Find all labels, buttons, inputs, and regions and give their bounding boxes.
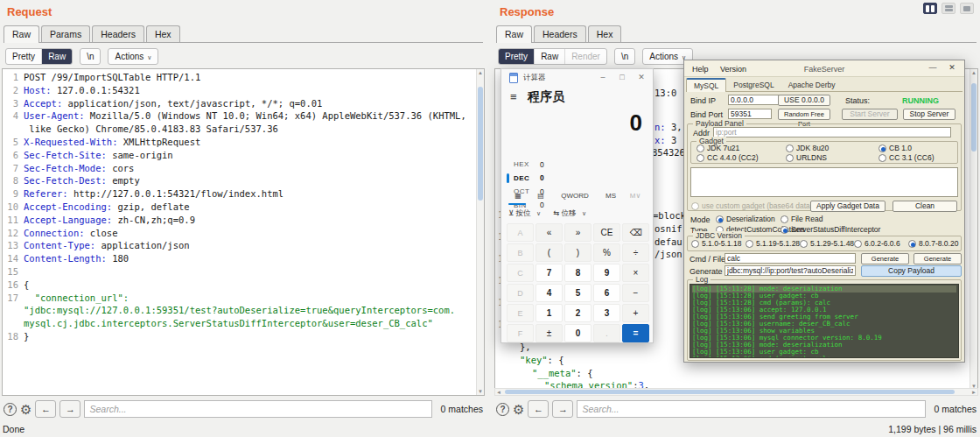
clean-button[interactable]: Clean [892,201,957,212]
radio-cc-4-4-0-cc2[interactable]: CC 4.4.0 (CC2) [696,153,759,162]
calc-key-e[interactable]: E [507,304,534,322]
request-search-input[interactable] [84,400,431,418]
cmd-file-input[interactable] [724,253,856,264]
radix-hex[interactable]: HEX0 [507,158,629,172]
close-icon[interactable]: ✕ [634,71,649,84]
request-tab-headers[interactable]: Headers [92,25,144,42]
calc-key-5[interactable]: 5 [564,284,592,302]
radio-5-1-19-5-1-28[interactable]: 5.1.19-5.1.28 [746,239,800,248]
layout-columns-icon[interactable] [923,3,937,14]
generate-url-input[interactable] [724,265,856,276]
radio-file-read[interactable]: File Read [780,215,822,223]
response-search-input[interactable] [577,400,925,418]
calc-key-c[interactable]: C [507,264,534,282]
random-free-port-button[interactable]: Random Free Port [778,109,830,120]
radio-serverstatusdiffinterceptor[interactable]: ServerStatusDiffInterceptor [780,225,880,234]
full-keypad-icon[interactable]: ▦ [507,192,529,200]
calc-key-[interactable]: ⌫ [622,223,649,242]
scrollbar-thumb[interactable] [478,87,483,201]
bitshift-dropdown[interactable]: ⇆ 位移 ∨ [553,208,586,219]
response-horizontal-scrollbar[interactable]: ◄ ► [494,388,978,396]
response-raw-button[interactable]: Raw [534,49,564,64]
request-raw-button[interactable]: Raw [41,49,72,64]
calc-key-7[interactable]: 7 [536,264,563,282]
request-editor[interactable]: 1POST /99/ImportSQLTable HTTP/1.12Host: … [2,68,485,396]
request-tab-hex[interactable]: Hex [146,25,180,42]
fakeserver-titlebar[interactable]: Help Version FakeServer — ✕ [684,60,964,77]
calc-key-[interactable]: + [622,304,649,322]
scroll-down-icon[interactable]: ▼ [478,389,483,394]
calc-key-f[interactable]: F [507,324,534,342]
response-pretty-button[interactable]: Pretty [499,49,534,64]
gear-icon[interactable]: ⚙ [20,403,32,416]
fs-tab-apache-derby[interactable]: Apache Derby [781,79,843,91]
scroll-up-icon[interactable]: ▲ [971,70,976,75]
scrollbar-thumb[interactable] [971,83,976,152]
minimize-icon[interactable]: — [926,63,940,72]
calc-key-6[interactable]: 6 [593,284,620,302]
maximize-icon[interactable]: □ [614,71,630,84]
scroll-right-icon[interactable]: ► [971,390,976,395]
layout-single-icon[interactable] [960,3,974,14]
calc-key-[interactable]: « [536,223,563,242]
bitwise-dropdown[interactable]: ⊻ 按位 ∨ [508,208,541,219]
calc-key-d[interactable]: D [507,284,534,302]
stop-server-button[interactable]: Stop Server [903,109,956,120]
radio-jdk-7u21[interactable]: JDK 7u21 [696,144,739,152]
fs-tab-postgresql[interactable]: PostgreSQL [726,79,780,91]
search-next-button[interactable]: → [552,400,573,418]
response-tab-raw[interactable]: Raw [496,25,532,43]
calc-key-[interactable]: . [593,324,620,342]
generate-base64-button[interactable]: Generate Base64 [861,253,909,264]
bind-port-input[interactable] [728,109,772,119]
radio-8-0-7-8-0-20[interactable]: 8.0.7-8.0.20 [908,239,958,248]
radio-5-1-29-5-1-48[interactable]: 5.1.29-5.1.48 [800,239,854,248]
word-size-button[interactable]: QWORD [552,192,598,200]
minimize-icon[interactable]: – [595,71,611,84]
calc-key-[interactable]: − [622,284,649,302]
calc-key-a[interactable]: A [507,223,534,242]
search-next-button[interactable]: → [60,400,80,418]
request-tab-params[interactable]: Params [41,25,90,42]
scroll-left-icon[interactable]: ◄ [496,390,501,395]
scroll-up-icon[interactable]: ▲ [478,70,483,75]
calc-key-[interactable]: = [622,324,649,342]
apply-gadget-data-button[interactable]: Apply Gadget Data [810,201,886,212]
generate-normal-button[interactable]: Generate Normal [914,253,962,264]
use-ip-button[interactable]: USE 0.0.0.0 [778,95,830,106]
response-tab-hex[interactable]: Hex [588,25,622,42]
layout-rows-icon[interactable] [942,3,956,14]
calc-key-b[interactable]: B [507,243,534,262]
calc-key-[interactable]: » [564,223,592,242]
calc-key-1[interactable]: 1 [536,304,563,322]
radio-5-1-0-5-1-18[interactable]: 5.1.0-5.1.18 [691,239,741,248]
radio-use-custom-gadget-base64-data[interactable]: use custom gadget (base64 data) [691,201,813,210]
calc-key-[interactable]: ÷ [622,243,649,262]
scrollbar-thumb[interactable] [505,390,955,394]
help-icon[interactable]: ? [4,403,17,416]
calc-key-ce[interactable]: CE [593,223,620,242]
search-prev-button[interactable]: ← [35,400,56,418]
calc-key-[interactable]: ( [536,243,563,262]
bit-toggle-keypad-icon[interactable]: ▤ [529,192,552,200]
request-vertical-scrollbar[interactable]: ▲ ▼ [476,69,484,395]
addr-input[interactable] [713,127,951,137]
response-newline-button[interactable]: \n [614,48,635,65]
search-prev-button[interactable]: ← [528,400,549,418]
radio-deserialization[interactable]: Deserialization [716,215,775,223]
calc-key-[interactable]: % [593,243,620,262]
calc-key-[interactable]: × [622,264,649,282]
calc-key-0[interactable]: 0 [564,324,592,342]
calc-key-8[interactable]: 8 [564,264,592,282]
radio-cc-3-1-cc6[interactable]: CC 3.1 (CC6) [878,153,934,162]
memory-menu-button[interactable]: M∨ [624,192,647,200]
custom-gadget-textarea[interactable] [690,167,958,197]
copy-payload-button[interactable]: Copy Payload [861,265,962,277]
request-newline-button[interactable]: \n [80,48,101,65]
hamburger-menu-icon[interactable]: ≡ [510,90,517,103]
gear-icon[interactable]: ⚙ [513,403,524,416]
memory-store-button[interactable]: MS [598,192,624,200]
request-pretty-button[interactable]: Pretty [6,49,41,64]
request-actions-button[interactable]: Actions∨ [108,48,158,65]
log-console[interactable]: [log] [15:11:28] mode: deserialization[l… [690,284,959,358]
